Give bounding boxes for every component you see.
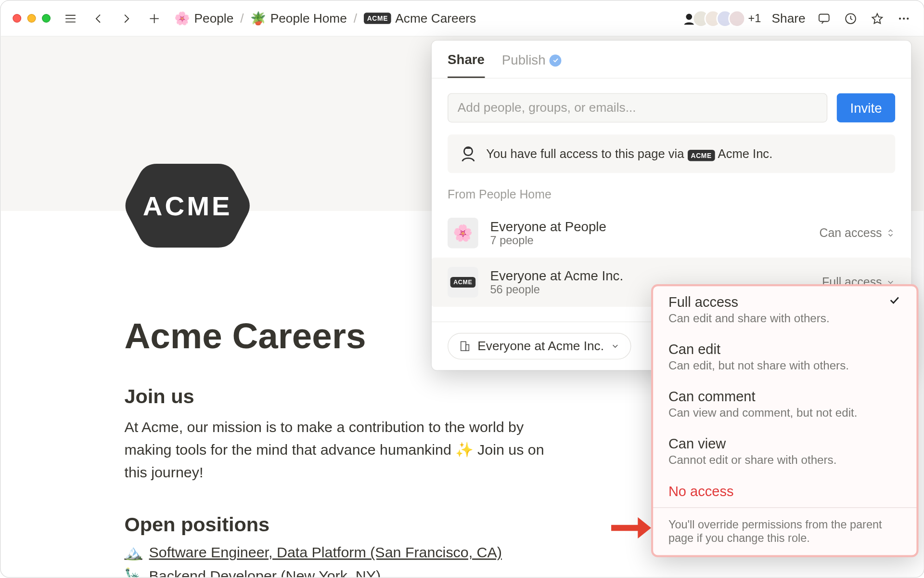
invite-button[interactable]: Invite xyxy=(837,93,895,122)
position-label: Software Engineer, Data Platform (San Fr… xyxy=(149,544,502,561)
option-title: Full access xyxy=(668,294,738,310)
option-title: Can edit xyxy=(668,342,901,357)
permission-subtext: 56 people xyxy=(490,283,624,297)
option-desc: Can edit, but not share with others. xyxy=(668,359,901,373)
comments-icon[interactable] xyxy=(816,10,832,26)
forward-icon[interactable] xyxy=(118,10,134,26)
popover-tabs: Share Publish xyxy=(432,40,911,79)
acme-badge-icon: ACME xyxy=(448,267,478,298)
svg-point-4 xyxy=(903,17,905,19)
published-check-icon xyxy=(550,54,562,66)
permission-option-full[interactable]: Full access Can edit and share with othe… xyxy=(653,286,917,334)
option-desc: Cannot edit or share with others. xyxy=(668,453,901,467)
flower-icon: 🌸 xyxy=(174,11,190,26)
plant-icon: 🪴 xyxy=(250,11,266,26)
favorite-icon[interactable] xyxy=(869,10,885,26)
option-desc: Can view and comment, but not edit. xyxy=(668,406,901,420)
acme-badge-icon: ACME xyxy=(364,13,391,24)
more-icon[interactable] xyxy=(896,10,912,26)
mountain-icon: 🏔️ xyxy=(124,544,142,561)
workspace-scope-pill[interactable]: Everyone at Acme Inc. xyxy=(448,333,631,359)
updown-icon xyxy=(886,228,895,237)
svg-rect-9 xyxy=(466,345,469,351)
svg-rect-1 xyxy=(819,14,829,21)
chevron-down-icon xyxy=(611,342,620,351)
permission-dropdown: Full access Can edit and share with othe… xyxy=(653,286,917,556)
face-icon xyxy=(458,144,478,164)
svg-rect-8 xyxy=(461,342,466,351)
svg-point-0 xyxy=(686,13,692,20)
permission-level-label: Can access xyxy=(820,226,882,240)
liberty-icon: 🗽 xyxy=(124,568,142,578)
position-link[interactable]: 🏔️Software Engineer, Data Platform (San … xyxy=(124,544,555,561)
section-heading-join: Join us xyxy=(124,385,555,408)
permission-option-edit[interactable]: Can edit Can edit, but not share with ot… xyxy=(653,333,917,381)
flower-icon: 🌸 xyxy=(448,218,478,249)
close-icon[interactable] xyxy=(13,14,21,23)
presence-avatars[interactable]: +1 xyxy=(686,10,761,27)
back-icon[interactable] xyxy=(90,10,106,26)
svg-point-5 xyxy=(907,17,909,19)
zoom-icon[interactable] xyxy=(42,14,51,23)
svg-text:ACME: ACME xyxy=(143,191,232,221)
tab-publish-label: Publish xyxy=(502,53,546,68)
new-page-icon[interactable] xyxy=(146,10,162,26)
window-titlebar: 🌸People / 🪴People Home / ACMEAcme Career… xyxy=(0,0,924,37)
override-warning: You'll override permissions from the par… xyxy=(653,507,917,556)
intro-paragraph: At Acme, our mission is to make a contri… xyxy=(124,416,555,484)
permission-name: Everyone at Acme Inc. xyxy=(490,268,624,283)
breadcrumb-label: Acme Careers xyxy=(395,11,476,26)
svg-point-3 xyxy=(899,17,901,19)
minimize-icon[interactable] xyxy=(27,14,36,23)
tab-publish[interactable]: Publish xyxy=(502,52,562,78)
breadcrumb: 🌸People / 🪴People Home / ACMEAcme Career… xyxy=(174,11,476,26)
annotation-arrow-icon xyxy=(610,514,652,544)
option-desc: Can edit and share with others. xyxy=(668,312,901,326)
permission-subtext: 7 people xyxy=(490,234,606,248)
option-title: Can comment xyxy=(668,389,901,405)
access-notice: You have full access to this page via AC… xyxy=(448,134,895,173)
share-button[interactable]: Share xyxy=(772,11,806,26)
option-title: No access xyxy=(668,483,901,499)
position-link[interactable]: 🗽Backend Developer (New York, NY) xyxy=(124,568,555,578)
access-notice-text: You have full access to this page via AC… xyxy=(486,146,772,161)
presence-overflow[interactable]: +1 xyxy=(748,12,761,25)
menu-icon[interactable] xyxy=(63,10,78,26)
breadcrumb-item[interactable]: 🪴People Home xyxy=(250,11,347,26)
inherited-from-label: From People Home xyxy=(448,188,895,202)
breadcrumb-item[interactable]: 🌸People xyxy=(174,11,233,26)
section-heading-positions: Open positions xyxy=(124,513,555,536)
position-label: Backend Developer (New York, NY) xyxy=(149,568,381,578)
window-controls xyxy=(13,14,51,23)
acme-badge-icon: ACME xyxy=(688,150,715,161)
building-icon xyxy=(459,340,471,352)
share-search-input[interactable] xyxy=(448,93,827,122)
check-icon xyxy=(888,293,901,310)
permission-option-noaccess[interactable]: No access xyxy=(653,475,917,507)
workspace-scope-label: Everyone at Acme Inc. xyxy=(477,339,604,353)
permission-option-comment[interactable]: Can comment Can view and comment, but no… xyxy=(653,381,917,428)
tab-share[interactable]: Share xyxy=(448,52,485,78)
permission-name: Everyone at People xyxy=(490,219,606,234)
breadcrumb-item[interactable]: ACMEAcme Careers xyxy=(364,11,476,26)
page-icon[interactable]: ACME xyxy=(124,157,251,255)
updates-icon[interactable] xyxy=(843,10,859,26)
breadcrumb-label: People xyxy=(194,11,234,26)
permission-option-view[interactable]: Can view Cannot edit or share with other… xyxy=(653,428,917,475)
breadcrumb-label: People Home xyxy=(270,11,347,26)
option-title: Can view xyxy=(668,436,901,452)
permission-row: 🌸 Everyone at People 7 people Can access xyxy=(448,209,895,258)
avatar xyxy=(728,10,745,27)
permission-level-select[interactable]: Can access xyxy=(820,226,896,240)
